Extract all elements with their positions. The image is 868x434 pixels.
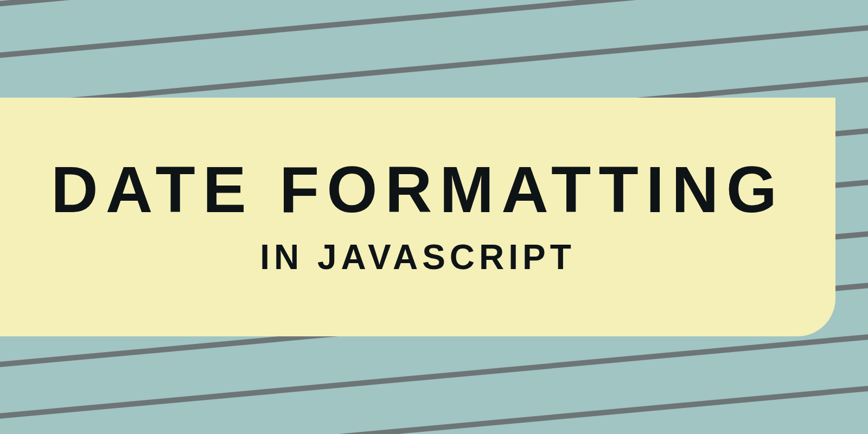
banner-subtitle: IN JAVASCRIPT bbox=[260, 237, 576, 277]
stripe bbox=[0, 0, 868, 68]
banner-stage: DATE FORMATTING IN JAVASCRIPT bbox=[0, 0, 868, 434]
title-card: DATE FORMATTING IN JAVASCRIPT bbox=[0, 98, 835, 336]
banner-title: DATE FORMATTING bbox=[51, 157, 784, 222]
